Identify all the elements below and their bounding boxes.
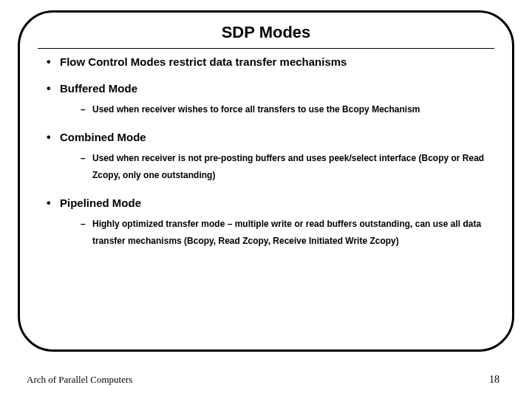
bullet-pipelined-mode: Pipelined Mode Highly optimized transfer… <box>45 196 494 250</box>
sub-bullet: Highly optimized transfer mode – multipl… <box>81 216 494 250</box>
bullet-text: Combined Mode <box>60 131 146 143</box>
bullet-buffered-mode: Buffered Mode Used when receiver wishes … <box>45 81 494 118</box>
slide-title: SDP Modes <box>38 23 494 42</box>
title-wrap: SDP Modes <box>38 23 494 47</box>
bullet-text: Flow Control Modes restrict data transfe… <box>60 55 347 68</box>
sub-list: Used when receiver wishes to force all t… <box>60 101 494 118</box>
bullet-combined-mode: Combined Mode Used when receiver is not … <box>45 130 494 184</box>
sub-bullet: Used when receiver is not pre-posting bu… <box>81 150 494 184</box>
page-number: 18 <box>489 374 499 386</box>
footer-left: Arch of Parallel Computers <box>27 374 132 386</box>
sub-list: Highly optimized transfer mode – multipl… <box>60 216 494 250</box>
sub-bullet-text: Used when receiver is not pre-posting bu… <box>92 153 484 180</box>
sub-list: Used when receiver is not pre-posting bu… <box>60 150 494 184</box>
sub-bullet: Used when receiver wishes to force all t… <box>81 101 494 118</box>
sub-bullet-text: Highly optimized transfer mode – multipl… <box>92 219 481 246</box>
slide-frame: SDP Modes Flow Control Modes restrict da… <box>18 10 514 352</box>
bullet-text: Buffered Mode <box>60 82 137 95</box>
sub-bullet-text: Used when receiver wishes to force all t… <box>92 104 420 115</box>
bullet-flow-control: Flow Control Modes restrict data transfe… <box>45 55 494 69</box>
bullet-list: Flow Control Modes restrict data transfe… <box>38 55 494 250</box>
bullet-text: Pipelined Mode <box>60 197 141 209</box>
title-divider <box>38 48 494 49</box>
